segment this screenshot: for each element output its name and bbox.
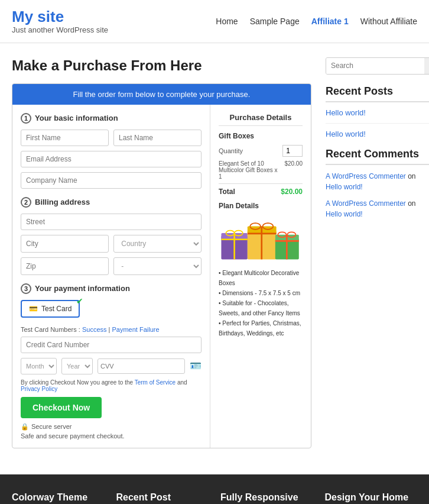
post-link-2[interactable]: Hello world! xyxy=(326,130,429,138)
footer-col2-title: Recent Post xyxy=(116,492,209,503)
card-detail-row: Month Year 🪪 xyxy=(21,358,202,374)
card-button-wrap: 💳 Test Card ✔ xyxy=(21,300,80,318)
tos-link[interactable]: Term of Service xyxy=(135,379,176,386)
qty-row: Quantity xyxy=(219,145,303,157)
step1-header: 1 Your basic information xyxy=(21,113,202,124)
post-divider-1 xyxy=(326,123,429,124)
test-card-row: Test Card Numbers : Success | Payment Fa… xyxy=(21,326,202,333)
company-row xyxy=(21,172,202,189)
sidebar: 🔍 Recent Posts Hello world! Hello world!… xyxy=(326,57,429,448)
zip-input[interactable] xyxy=(21,257,109,275)
company-input[interactable] xyxy=(21,172,202,189)
email-input[interactable] xyxy=(21,151,202,167)
nav-sample-page[interactable]: Sample Page xyxy=(250,17,300,26)
footer-col1-title: Colorway Theme xyxy=(12,492,105,503)
step1-label: Your basic information xyxy=(35,114,118,122)
plan-list: • Elegant Multicolor Decorative Boxes • … xyxy=(219,268,303,338)
plan-bullet-1: • Elegant Multicolor Decorative Boxes xyxy=(219,268,303,288)
comment-item-1: A WordPress Commenter on Hello world! xyxy=(326,171,429,192)
zip-row: - xyxy=(21,257,202,275)
street-row xyxy=(21,214,202,230)
cvv-input[interactable] xyxy=(98,358,185,374)
item-price: $20.00 xyxy=(284,160,303,180)
site-branding: My site Just another WordPress site xyxy=(12,8,108,34)
zip-select[interactable]: - xyxy=(113,257,202,275)
step3-circle: 3 xyxy=(21,283,31,294)
street-input[interactable] xyxy=(21,214,202,230)
total-label: Total xyxy=(219,188,235,196)
plan-bullet-2: • Dimensions - 7.5 x 7.5 x 5 cm xyxy=(219,288,303,298)
footer-col4-title: Design Your Home xyxy=(325,492,418,503)
card-flip-icon: 🪪 xyxy=(190,360,202,371)
secure-label: Secure server xyxy=(31,423,72,430)
footer-grid: Colorway Theme Footer is widgetized. To … xyxy=(12,492,417,504)
terms-row: By clicking Checkout Now you agree to th… xyxy=(21,379,202,392)
comment-post-link-1[interactable]: Hello world! xyxy=(326,183,363,191)
country-select-wrap: Country xyxy=(113,235,202,253)
privacy-link[interactable]: Privacy Policy xyxy=(21,386,57,392)
step2-circle: 2 xyxy=(21,197,31,208)
item-row: Elegant Set of 10 Multicolor Gift Boxes … xyxy=(219,160,303,180)
comment-post-link-2[interactable]: Hello world! xyxy=(326,210,363,218)
card-button-label: Test Card xyxy=(41,305,72,313)
lock-icon: 🔒 xyxy=(21,423,29,431)
purchase-section: Purchase Details Gift Boxes Quantity Ele… xyxy=(210,105,311,448)
post-link-1[interactable]: Hello world! xyxy=(326,108,429,117)
email-row xyxy=(21,151,202,167)
total-row: Total $20.00 xyxy=(219,183,303,196)
month-select[interactable]: Month xyxy=(21,358,57,374)
qty-input[interactable] xyxy=(282,145,303,157)
total-price: $20.00 xyxy=(281,188,303,196)
success-link[interactable]: Success xyxy=(82,326,107,333)
nav-without-affiliate[interactable]: Without Affiliate xyxy=(360,17,417,26)
header: My site Just another WordPress site Home… xyxy=(0,0,429,43)
credit-card-icon: 💳 xyxy=(29,305,38,313)
site-tagline: Just another WordPress site xyxy=(12,25,108,34)
gift-boxes-image xyxy=(219,215,303,262)
checkout-button[interactable]: Checkout Now xyxy=(21,397,102,418)
payment-failure-link[interactable]: Payment Failure xyxy=(112,326,160,333)
footer-col3-title: Fully Responsive xyxy=(220,492,313,503)
last-name-input[interactable] xyxy=(113,130,202,146)
search-box: 🔍 xyxy=(326,57,429,75)
footer-col-2: Recent Post Worth A Thousand Words Categ… xyxy=(116,492,209,504)
test-card-label: Test Card Numbers : xyxy=(21,326,80,333)
country-select[interactable]: Country xyxy=(113,235,202,253)
card-button[interactable]: 💳 Test Card xyxy=(21,300,80,318)
plan-bullet-3: • Suitable for - Chocolates, Sweets, and… xyxy=(219,298,303,318)
plan-bullet-4: • Perfect for Parties, Christmas, Birthd… xyxy=(219,318,303,338)
search-input[interactable] xyxy=(326,58,424,74)
nav-home[interactable]: Home xyxy=(216,17,238,26)
nav-affiliate1[interactable]: Affiliate 1 xyxy=(311,17,349,26)
footer: Colorway Theme Footer is widgetized. To … xyxy=(0,474,429,504)
commenter-link-1[interactable]: A WordPress Commenter xyxy=(326,172,406,180)
item-desc: Elegant Set of 10 Multicolor Gift Boxes … xyxy=(219,160,282,180)
step3-label: Your payment information xyxy=(35,284,130,293)
step2-header: 2 Billing address xyxy=(21,197,202,208)
footer-col-4: Design Your Home Express your creativity… xyxy=(325,492,418,504)
commenter-link-2[interactable]: A WordPress Commenter xyxy=(326,199,406,208)
checkout-body: 1 Your basic information xyxy=(12,105,311,448)
check-badge-icon: ✔ xyxy=(76,296,83,306)
year-select[interactable]: Year xyxy=(61,358,93,374)
search-button[interactable]: 🔍 xyxy=(424,58,429,74)
step1-circle: 1 xyxy=(21,113,31,124)
secure-row: 🔒 Secure server xyxy=(21,423,202,431)
name-row xyxy=(21,130,202,146)
zip-select-wrap: - xyxy=(113,257,202,275)
page-title: Make a Purchase From Here xyxy=(12,57,311,74)
main-nav: Home Sample Page Affiliate 1 Without Aff… xyxy=(216,17,417,26)
footer-col-1: Colorway Theme Footer is widgetized. To … xyxy=(12,492,105,504)
first-name-input[interactable] xyxy=(21,130,109,146)
step3-header: 3 Your payment information xyxy=(21,283,202,294)
city-input[interactable] xyxy=(21,235,109,253)
site-title: My site xyxy=(12,8,108,25)
recent-posts-title: Recent Posts xyxy=(326,85,429,102)
content-area: Make a Purchase From Here Fill the order… xyxy=(12,57,311,448)
footer-col-3: Fully Responsive Colorway is a unique re… xyxy=(220,492,313,504)
credit-card-input[interactable] xyxy=(21,337,202,353)
step2-label: Billing address xyxy=(35,198,90,206)
product-name: Gift Boxes xyxy=(219,132,303,140)
main-container: Make a Purchase From Here Fill the order… xyxy=(0,43,429,463)
qty-label: Quantity xyxy=(219,147,243,154)
